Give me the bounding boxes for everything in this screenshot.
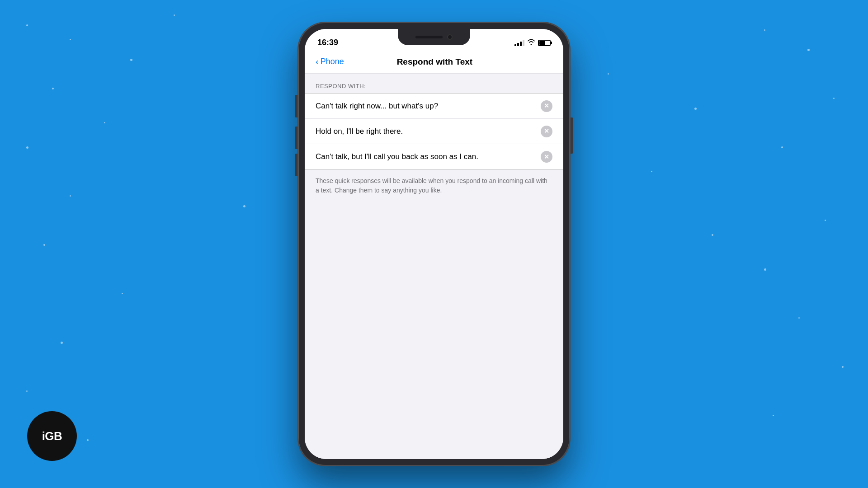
- close-icon: ✕: [544, 154, 549, 160]
- signal-icon: [514, 40, 524, 46]
- list-item[interactable]: Can't talk, but I'll call you back as so…: [305, 144, 563, 169]
- igb-logo: iGB: [27, 411, 77, 461]
- delete-button-2[interactable]: ✕: [541, 126, 552, 137]
- back-chevron-icon: ‹: [316, 56, 319, 67]
- delete-button-1[interactable]: ✕: [541, 100, 552, 112]
- notch-speaker: [415, 36, 443, 38]
- back-label[interactable]: Phone: [321, 57, 344, 66]
- igb-logo-text: iGB: [42, 429, 62, 443]
- battery-icon: [538, 40, 551, 46]
- notch: [398, 29, 470, 45]
- delete-button-3[interactable]: ✕: [541, 151, 552, 163]
- status-icons: [514, 37, 551, 47]
- close-icon: ✕: [544, 103, 549, 109]
- footer-note: These quick responses will be available …: [305, 170, 563, 204]
- response-text-1: Can't talk right now... but what's up?: [316, 102, 541, 111]
- list-item[interactable]: Hold on, I'll be right there. ✕: [305, 119, 563, 144]
- response-list: Can't talk right now... but what's up? ✕…: [305, 93, 563, 170]
- response-text-3: Can't talk, but I'll call you back as so…: [316, 152, 541, 161]
- notch-camera: [447, 34, 453, 40]
- status-bar: 16:39: [305, 29, 563, 51]
- nav-bar: ‹ Phone Respond with Text: [305, 51, 563, 74]
- status-time: 16:39: [317, 36, 338, 47]
- back-button[interactable]: ‹ Phone: [316, 56, 344, 67]
- section-header: RESPOND WITH:: [305, 74, 563, 93]
- list-item[interactable]: Can't talk right now... but what's up? ✕: [305, 94, 563, 119]
- response-text-2: Hold on, I'll be right there.: [316, 127, 541, 136]
- page-title: Respond with Text: [344, 57, 525, 67]
- content-area: RESPOND WITH: Can't talk right now... bu…: [305, 74, 563, 459]
- phone-screen: 16:39: [305, 29, 563, 459]
- phone-frame: 16:39: [298, 23, 570, 465]
- close-icon: ✕: [544, 128, 549, 134]
- wifi-icon: [527, 39, 535, 47]
